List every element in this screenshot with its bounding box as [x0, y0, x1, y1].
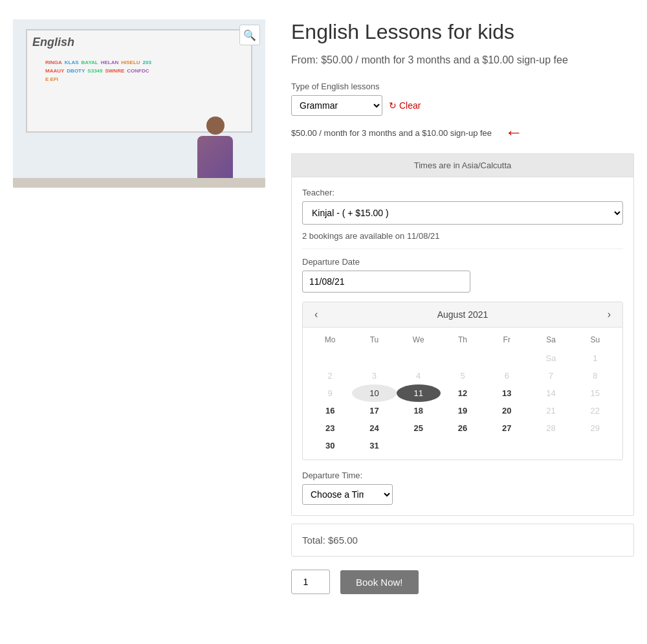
cal-day-14: 14: [529, 384, 573, 402]
cal-day-5: 5: [441, 367, 485, 384]
price-detail-row: $50.00 / month for 3 months and a $10.00…: [291, 122, 634, 143]
cal-day-12[interactable]: 12: [441, 384, 485, 402]
cal-day-15: 15: [573, 384, 617, 402]
refresh-icon: ↻: [389, 100, 397, 111]
cal-day-9: 9: [308, 384, 352, 402]
cal-day-empty: [441, 350, 485, 367]
price-detail-text: $50.00 / month for 3 months and a $10.00…: [291, 128, 492, 138]
booking-box: Times are in Asia/Calcutta Teacher: Kinj…: [291, 153, 634, 516]
cal-day-27[interactable]: 27: [485, 419, 529, 437]
cal-day-24[interactable]: 24: [352, 419, 396, 437]
cal-day-17[interactable]: 17: [352, 402, 396, 419]
cal-day-empty: [308, 350, 352, 367]
day-th: Th: [441, 333, 485, 347]
type-select[interactable]: Grammar Conversation Writing Reading: [291, 95, 382, 116]
cal-day-sa-1: Sa: [529, 350, 573, 367]
cal-day-22: 22: [573, 402, 617, 419]
teacher-label: Teacher:: [302, 188, 623, 197]
product-price-from: From: $50.00 / month for 3 months and a …: [291, 54, 634, 66]
product-image: English RINGA KLAS BAYAL HELAN HISELU 20…: [13, 19, 265, 188]
day-we: We: [397, 333, 441, 347]
day-sa: Sa: [529, 333, 573, 347]
product-image-section: English RINGA KLAS BAYAL HELAN HISELU 20…: [13, 19, 265, 594]
clear-button[interactable]: ↻ Clear: [389, 100, 421, 111]
type-label: Type of English lessons: [291, 82, 634, 91]
book-now-button[interactable]: Book Now!: [340, 570, 419, 594]
departure-date-input[interactable]: [302, 271, 470, 293]
day-mo: Mo: [308, 333, 352, 347]
cal-day-7: 7: [529, 367, 573, 384]
cal-day-3: 3: [352, 367, 396, 384]
calendar-days-grid: Sa 1 2 3 4 5 6 7 8 9 10: [308, 350, 617, 454]
cal-day-26[interactable]: 26: [441, 419, 485, 437]
cal-day-16[interactable]: 16: [308, 402, 352, 419]
person-figure: [197, 117, 233, 184]
cal-day-empty: [352, 350, 396, 367]
calendar-next-button[interactable]: ›: [604, 307, 615, 322]
cal-day-25[interactable]: 25: [397, 419, 441, 437]
timezone-notice: Times are in Asia/Calcutta: [292, 154, 633, 177]
product-title: English Lessons for kids: [291, 19, 634, 44]
cal-day-21: 21: [529, 402, 573, 419]
cal-day-empty: [441, 437, 485, 454]
booking-box-body: Teacher: Kinjal - ( + $15.00 ) Other Tea…: [292, 177, 633, 515]
figure-body: [197, 136, 233, 184]
calendar-month-year: August 2021: [437, 309, 488, 320]
cal-day-6: 6: [485, 367, 529, 384]
calendar-header: ‹ August 2021 ›: [303, 302, 622, 328]
departure-time-label: Departure Time:: [302, 471, 623, 480]
cal-day-1: 1: [573, 350, 617, 367]
cal-day-18[interactable]: 18: [397, 402, 441, 419]
departure-date-label: Departure Date: [302, 257, 623, 267]
total-label: Total: $65.00: [302, 535, 358, 546]
colored-words: RINGA KLAS BAYAL HELAN HISELU 203 MAAUY …: [45, 60, 162, 82]
cal-day-10[interactable]: 10: [352, 384, 396, 402]
cal-day-11[interactable]: 11: [397, 384, 441, 402]
calendar-prev-button[interactable]: ‹: [311, 307, 322, 322]
cal-day-empty: [573, 437, 617, 454]
calendar-days-header: Mo Tu We Th Fr Sa Su: [308, 333, 617, 347]
teacher-select[interactable]: Kinjal - ( + $15.00 ) Other Teacher: [302, 201, 623, 225]
cal-day-empty: [485, 350, 529, 367]
departure-time-select[interactable]: Choose a Time 9:00 AM 10:00 AM 11:00 AM …: [302, 484, 393, 505]
cal-day-2: 2: [308, 367, 352, 384]
day-su: Su: [573, 333, 617, 347]
cal-day-empty: [397, 350, 441, 367]
cal-day-20[interactable]: 20: [485, 402, 529, 419]
total-box: Total: $65.00: [291, 524, 634, 557]
day-fr: Fr: [485, 333, 529, 347]
cal-day-empty: [485, 437, 529, 454]
cal-day-4: 4: [397, 367, 441, 384]
calendar-grid: Mo Tu We Th Fr Sa Su: [303, 328, 622, 460]
cal-day-13[interactable]: 13: [485, 384, 529, 402]
quantity-row: Book Now!: [291, 570, 634, 594]
quantity-input[interactable]: [291, 570, 330, 594]
cal-day-31[interactable]: 31: [352, 437, 396, 454]
day-tu: Tu: [352, 333, 396, 347]
cal-day-29: 29: [573, 419, 617, 437]
arrow-indicator: ←: [505, 122, 523, 143]
zoom-icon: 🔍: [243, 29, 256, 41]
cal-day-23[interactable]: 23: [308, 419, 352, 437]
type-row: Grammar Conversation Writing Reading ↻ C…: [291, 95, 634, 116]
product-layout: English RINGA KLAS BAYAL HELAN HISELU 20…: [13, 13, 634, 601]
figure-head: [206, 117, 225, 135]
cal-day-30[interactable]: 30: [308, 437, 352, 454]
cal-day-8: 8: [573, 367, 617, 384]
product-details: English Lessons for kids From: $50.00 / …: [291, 19, 634, 594]
cal-day-28: 28: [529, 419, 573, 437]
whiteboard-title: English: [32, 36, 74, 49]
availability-text: 2 bookings are available on 11/08/21: [302, 231, 623, 249]
cal-day-empty: [397, 437, 441, 454]
zoom-button[interactable]: 🔍: [239, 25, 260, 45]
classroom-background: English RINGA KLAS BAYAL HELAN HISELU 20…: [13, 19, 265, 188]
calendar: ‹ August 2021 › Mo Tu We Th Fr Sa Su: [302, 302, 623, 460]
cal-day-19[interactable]: 19: [441, 402, 485, 419]
clear-label: Clear: [399, 100, 421, 111]
floor: [13, 178, 265, 188]
cal-day-empty: [529, 437, 573, 454]
